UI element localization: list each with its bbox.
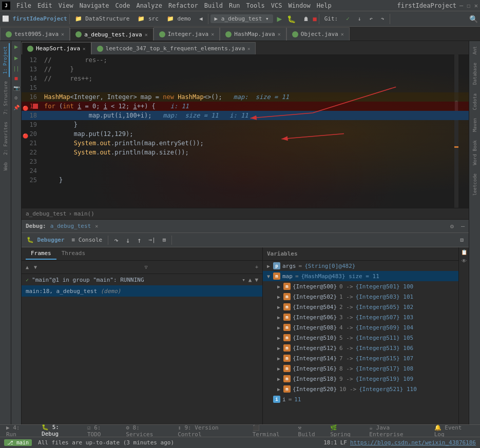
editor-tab-leetcode[interactable]: leetcode_347_top_k_frequent_elements.jav… [91, 42, 256, 54]
database-tab[interactable]: Database [471, 60, 478, 88]
frame-item-running[interactable]: ✓ "main"@1 in group "main": RUNNING ▾ ▲ … [22, 274, 262, 285]
debugger-tab[interactable]: 🐛 Debugger [24, 236, 68, 244]
frames-down-btn[interactable]: ▼ [32, 263, 39, 271]
var-expand-500[interactable]: ▶ [275, 284, 282, 289]
event-log-tab[interactable]: 🔔 Event Log [430, 423, 478, 439]
var-item-514[interactable]: ▶ m {Integer@514} 7 -> {Integer@515} 107 [263, 353, 458, 363]
settings-left-icon[interactable]: ⚙ [14, 95, 17, 101]
maven-tab[interactable]: Maven [471, 115, 478, 135]
run-config-dropdown[interactable]: ▶ a_debug_test ▾ [210, 14, 273, 23]
var-expand-512[interactable]: ▶ [275, 345, 282, 351]
var-item-508[interactable]: ▶ m {Integer@508} 4 -> {Integer@509} 104 [263, 322, 458, 333]
var-expand-args[interactable]: ▶ [265, 263, 272, 269]
frames-filter-btn[interactable]: ▽ [143, 263, 150, 271]
var-expand-510[interactable]: ▶ [275, 335, 282, 341]
var-item-506[interactable]: ▶ m {Integer@506} 3 -> {Integer@507} 103 [263, 312, 458, 322]
run-button[interactable]: ▶ [277, 14, 282, 24]
tab-close-adebugtest[interactable]: ✕ [145, 32, 148, 37]
menu-help[interactable]: Help [314, 0, 335, 11]
menu-analyze[interactable]: Analyze [133, 0, 165, 11]
var-expand-map[interactable]: ▼ [265, 274, 272, 279]
var-item-map[interactable]: ▼ m map = {HashMap@483} size = 11 [263, 271, 458, 281]
debug-minimize-icon[interactable]: ⎼ [461, 223, 465, 230]
run-bottom-tab[interactable]: ▶ 4: Run [2, 423, 36, 439]
step-over-btn[interactable]: ↷ [111, 235, 121, 245]
threads-subtab[interactable]: Threads [56, 248, 90, 260]
frame-down-arrow[interactable]: ▼ [255, 277, 258, 283]
resume-icon[interactable]: || [13, 66, 19, 71]
tab-test0905[interactable]: test0905.java ✕ [0, 27, 70, 41]
leetcode-tab[interactable]: leetcode [471, 170, 478, 199]
arrow-back-icon[interactable]: ▶ [14, 43, 18, 50]
debug-settings-icon[interactable]: ⚙ [450, 223, 454, 230]
codota-tab[interactable]: Codota [471, 90, 478, 113]
toolbar-back[interactable]: ◀ [196, 14, 206, 23]
menu-refactor[interactable]: Refactor [165, 0, 201, 11]
var-item-520[interactable]: ▶ m {Integer@520} 10 -> {Integer@521} 11… [263, 384, 458, 394]
editor-tab-close-leetcode[interactable]: ✕ [247, 46, 250, 51]
run-coverage[interactable]: ☗ [301, 14, 311, 24]
menu-file[interactable]: File [13, 0, 34, 11]
step-out-btn[interactable]: ↑ [134, 235, 144, 245]
var-item-516[interactable]: ▶ m {Integer@516} 8 -> {Integer@517} 108 [263, 363, 458, 374]
var-item-500[interactable]: ▶ m {Integer@500} 0 -> {Integer@501} 100 [263, 281, 458, 291]
tab-close-hashmap[interactable]: ✕ [278, 31, 281, 37]
menu-tools[interactable]: Tools [243, 0, 268, 11]
ant-tab[interactable]: Ant [471, 43, 478, 57]
menu-vcs[interactable]: VCS [268, 0, 285, 11]
tab-close-integer[interactable]: ✕ [211, 31, 214, 37]
var-expand-508[interactable]: ▶ [275, 325, 282, 330]
tab-close-object[interactable]: ✕ [341, 31, 344, 37]
menu-view[interactable]: View [55, 0, 76, 11]
frame-dropdown-btn[interactable]: ▾ [242, 277, 245, 283]
toolbar-search[interactable]: 🔍 [469, 15, 478, 23]
java-enterprise-tab[interactable]: ☕ Java Enterprise [365, 423, 429, 439]
toolbar-undo[interactable]: ↶ [366, 14, 376, 23]
camera-icon[interactable]: 📷 [13, 85, 20, 91]
todo-bottom-tab[interactable]: ☑ 6: TODO [83, 423, 121, 439]
terminal-bottom-tab[interactable]: ⬛ Terminal [248, 423, 293, 439]
var-item-518[interactable]: ▶ m {Integer@518} 9 -> {Integer@519} 109 [263, 374, 458, 384]
var-expand-502[interactable]: ▶ [275, 294, 282, 300]
gutter-copy-icon[interactable]: 📋 [461, 249, 467, 255]
editor-tab-heapsort[interactable]: HeapSort.java ✕ [22, 42, 91, 54]
web-tab[interactable]: Web [2, 159, 9, 173]
restore-layout-btn[interactable]: ⊡ [457, 236, 467, 244]
menu-navigate[interactable]: Navigate [76, 0, 112, 11]
frames-add-btn[interactable]: + [253, 263, 260, 271]
frames-subtab[interactable]: Frames [26, 248, 56, 260]
step-cursor-btn[interactable]: →| [146, 236, 159, 244]
frame-up-arrow[interactable]: ▲ [248, 277, 252, 283]
menu-run[interactable]: Run [226, 0, 243, 11]
var-expand-506[interactable]: ▶ [275, 315, 282, 320]
services-bottom-tab[interactable]: ⚙ 8: Services [122, 423, 172, 439]
var-item-504[interactable]: ▶ m {Integer@504} 2 -> {Integer@505} 102 [263, 302, 458, 312]
spring-bottom-tab[interactable]: 🌿 Spring [326, 423, 364, 439]
menu-build[interactable]: Build [201, 0, 226, 11]
menu-edit[interactable]: Edit [34, 0, 55, 11]
gutter-eye-icon[interactable]: 👁 [462, 258, 467, 264]
step-into-btn[interactable]: ↓ [123, 235, 133, 245]
tab-object[interactable]: Object.java ✕ [286, 27, 350, 41]
debug-session-close[interactable]: ✕ [95, 223, 98, 229]
eval-expr-btn[interactable]: ⊞ [160, 236, 169, 244]
status-url[interactable]: https://blog.csdn.net/weixin_43876186 [350, 439, 476, 446]
var-expand-514[interactable]: ▶ [275, 356, 282, 361]
tab-integer[interactable]: Integer.java ✕ [153, 27, 220, 41]
frames-up-btn[interactable]: ▲ [24, 263, 31, 271]
git-check[interactable]: ✓ [343, 14, 353, 23]
var-expand-516[interactable]: ▶ [275, 366, 282, 372]
var-item-502[interactable]: ▶ m {Integer@502} 1 -> {Integer@503} 101 [263, 291, 458, 302]
var-item-args[interactable]: ▶ p args = {String[0]@482} [263, 261, 458, 271]
stop-button[interactable]: ■ [313, 15, 316, 23]
project-tab[interactable]: 1: Project [2, 43, 10, 77]
var-expand-520[interactable]: ▶ [275, 386, 282, 392]
menu-window[interactable]: Window [285, 0, 313, 11]
menu-code[interactable]: Code [112, 0, 133, 11]
build-bottom-tab[interactable]: ⚒ Build [294, 423, 325, 439]
tab-adebugtest[interactable]: a_debug_test.java ✕ [70, 28, 153, 41]
frame-item-main[interactable]: main:18, a_debug_test (demo) [22, 285, 262, 297]
structure-tab[interactable]: 7: Structure [2, 78, 9, 118]
console-tab[interactable]: ≡ Console [69, 236, 106, 244]
debug-session-label[interactable]: a_debug_test [50, 223, 91, 229]
